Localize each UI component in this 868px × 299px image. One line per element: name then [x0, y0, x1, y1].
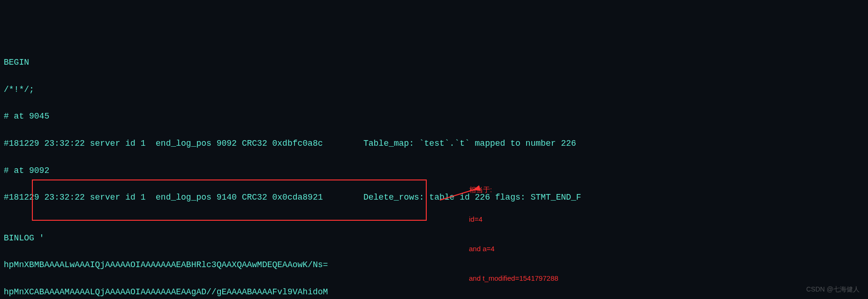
annotation-line: 相当于:	[469, 185, 559, 194]
terminal-line: BEGIN	[4, 56, 864, 69]
terminal-line: # at 9092	[4, 164, 864, 178]
annotation-line: and a=4	[469, 244, 559, 254]
terminal-line: hpMnXCABAAAAMAAAALQjAAAAAOIAAAAAAAEAAgAD…	[4, 285, 864, 299]
terminal-line: #181229 23:32:22 server id 1 end_log_pos…	[4, 191, 864, 204]
terminal-line: # at 9045	[4, 110, 864, 123]
annotation-text: 相当于: id=4 and a=4 and t_modified=1541797…	[469, 165, 559, 293]
terminal-line: /*!*/;	[4, 83, 864, 97]
terminal-line: #181229 23:32:22 server id 1 end_log_pos…	[4, 137, 864, 150]
annotation-line: id=4	[469, 214, 559, 224]
annotation-line: and t_modified=1541797288	[469, 273, 559, 283]
terminal-line: BINLOG '	[4, 232, 864, 245]
terminal-line: hpMnXBMBAAAALwAAAIQjAAAAAOIAAAAAAAEABHRl…	[4, 258, 864, 272]
watermark: CSDN @七海健人	[806, 284, 860, 294]
